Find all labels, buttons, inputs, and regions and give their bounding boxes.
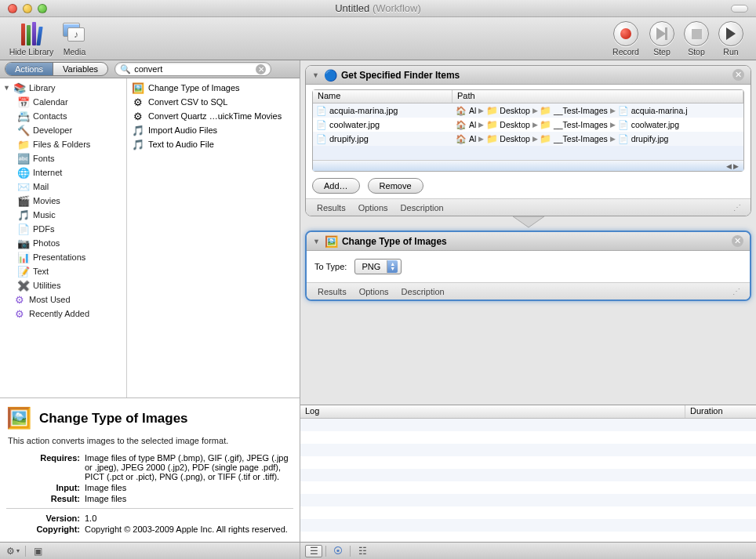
table-row[interactable]: 📄acquia-marina.jpg🏠Al▶📁Desktop▶📁__Test-I… <box>313 103 743 118</box>
library-smart-folder[interactable]: ⚙︎Recently Added <box>0 307 126 321</box>
card-options-link[interactable]: Options <box>358 203 388 212</box>
library-category[interactable]: 📊Presentations <box>0 250 126 264</box>
media-button[interactable]: ♪ Media <box>55 20 94 56</box>
action-label: Import Audio Files <box>148 125 217 135</box>
library-category[interactable]: ✖️Utilities <box>0 278 126 292</box>
library-category[interactable]: 📄PDFs <box>0 222 126 236</box>
remove-action-button[interactable]: ✕ <box>732 235 743 247</box>
resize-grip-icon[interactable]: ⋰ <box>732 287 739 296</box>
library-category[interactable]: 🔤Fonts <box>0 151 126 165</box>
library-category[interactable]: 📷Photos <box>0 236 126 250</box>
card-description-link[interactable]: Description <box>402 287 445 296</box>
library-tabstrip: Actions Variables 🔍 ✕ <box>0 60 300 78</box>
action-label: Text to Audio File <box>148 140 214 149</box>
action-list-item[interactable]: ⚙︎Convert Quartz …uickTime Movies <box>127 109 300 123</box>
card-results-link[interactable]: Results <box>318 287 347 296</box>
log-view-list-button[interactable]: ☰ <box>305 545 322 557</box>
log-column-log[interactable]: Log <box>300 405 685 418</box>
library-bottombar: ⚙︎▼ ▣ <box>0 542 300 559</box>
category-icon: 📄 <box>17 223 30 235</box>
record-icon <box>620 28 631 39</box>
folder-icon: 📁 <box>486 105 497 116</box>
log-view-icon-button[interactable]: ⦿ <box>329 545 347 557</box>
library-tree[interactable]: ▼📚Library 📅Calendar📇Contacts🔨Developer📁F… <box>0 78 127 397</box>
category-icon: ✖️ <box>17 279 30 292</box>
media-icon: ♪ <box>63 23 86 45</box>
action-icon: ⚙︎ <box>132 96 144 108</box>
toolbar-toggle-button[interactable] <box>731 5 748 13</box>
library-category[interactable]: 📁Files & Folders <box>0 137 126 151</box>
step-label: Step <box>653 47 671 56</box>
card-results-link[interactable]: Results <box>317 203 346 212</box>
remove-action-button[interactable]: ✕ <box>732 69 744 81</box>
card-options-link[interactable]: Options <box>359 287 389 296</box>
clear-search-button[interactable]: ✕ <box>256 64 266 74</box>
to-type-select[interactable]: PNG ▲▼ <box>354 259 402 274</box>
stop-button[interactable]: Stop <box>679 20 714 56</box>
action-list-item[interactable]: ⚙︎Convert CSV to SQL <box>127 95 300 109</box>
step-icon <box>656 27 667 40</box>
file-name: coolwater.jpg <box>329 120 380 129</box>
log-view-detail-button[interactable]: ☷ <box>354 545 371 557</box>
smart-folder-icon: ⚙︎ <box>13 293 26 306</box>
add-items-button[interactable]: Add… <box>312 178 360 194</box>
disclosure-icon[interactable]: ▼ <box>313 238 320 245</box>
action-search[interactable]: 🔍 ✕ <box>114 62 271 76</box>
action-results-list[interactable]: 🖼️Change Type of Images⚙︎Convert CSV to … <box>127 78 300 397</box>
library-smart-folder[interactable]: ⚙︎Most Used <box>0 292 126 307</box>
column-name[interactable]: Name <box>313 90 453 103</box>
table-row[interactable]: 📄coolwater.jpg🏠Al▶📁Desktop▶📁__Test-Image… <box>313 118 743 132</box>
library-category[interactable]: 📝Text <box>0 264 126 278</box>
category-icon: 📊 <box>17 251 30 263</box>
library-books-icon <box>20 22 42 45</box>
tab-variables[interactable]: Variables <box>53 63 107 75</box>
action-list-item[interactable]: 🖼️Change Type of Images <box>127 81 300 95</box>
card-description-link[interactable]: Description <box>401 203 444 212</box>
category-label: Music <box>33 210 56 220</box>
action-card-change-type[interactable]: ▼ 🖼️ Change Type of Images ✕ To Type: PN… <box>305 230 751 301</box>
search-input[interactable] <box>134 64 256 74</box>
library-category[interactable]: 🎵Music <box>0 208 126 222</box>
hide-library-button[interactable]: Hide Library <box>8 20 55 56</box>
search-icon: 🔍 <box>120 64 131 74</box>
table-row[interactable]: 📄drupify.jpg🏠Al▶📁Desktop▶📁__Test-Images▶… <box>313 132 743 146</box>
record-button[interactable]: Record <box>607 20 645 56</box>
action-list-item[interactable]: 🎵Import Audio Files <box>127 123 300 137</box>
chevron-right-icon: ▶ <box>532 107 538 114</box>
home-icon: 🏠 <box>456 119 467 130</box>
remove-items-button[interactable]: Remove <box>368 178 423 194</box>
library-category[interactable]: 📇Contacts <box>0 109 126 123</box>
gear-menu-button[interactable]: ⚙︎▼ <box>5 545 22 557</box>
chevron-right-icon: ▶ <box>478 121 484 129</box>
horizontal-scroller[interactable]: ◀▶ <box>313 160 743 171</box>
file-icon: 📄 <box>316 119 327 130</box>
toggle-info-panel-button[interactable]: ▣ <box>29 545 46 557</box>
disclosure-icon[interactable]: ▼ <box>312 71 319 79</box>
log-column-duration[interactable]: Duration <box>685 405 756 418</box>
category-label: Text <box>33 267 49 276</box>
category-label: Files & Folders <box>33 140 90 149</box>
step-button[interactable]: Step <box>645 20 679 56</box>
resize-grip-icon[interactable]: ⋰ <box>733 203 740 212</box>
category-label: Contacts <box>33 111 67 121</box>
library-category[interactable]: ✉️Mail <box>0 180 126 194</box>
info-requires-value: Image files of type BMP (.bmp), GIF (.gi… <box>85 453 293 481</box>
to-type-value: PNG <box>362 262 380 271</box>
action-card-get-finder-items[interactable]: ▼ 🔵 Get Specified Finder Items ✕ Name Pa… <box>305 65 751 216</box>
library-category[interactable]: 🌐Internet <box>0 165 126 180</box>
workflow-canvas[interactable]: ▼ 🔵 Get Specified Finder Items ✕ Name Pa… <box>300 60 756 405</box>
smart-folder-label: Recently Added <box>29 309 89 318</box>
run-button[interactable]: Run <box>714 20 748 56</box>
library-category[interactable]: 🔨Developer <box>0 123 126 137</box>
tab-actions[interactable]: Actions <box>5 63 53 75</box>
category-icon: 🌐 <box>17 166 30 179</box>
action-label: Change Type of Images <box>148 83 240 93</box>
library-root[interactable]: ▼📚Library <box>0 81 126 95</box>
library-category[interactable]: 🎬Movies <box>0 194 126 208</box>
action-list-item[interactable]: 🎵Text to Audio File <box>127 137 300 151</box>
library-category[interactable]: 📅Calendar <box>0 95 126 109</box>
info-input-key: Input: <box>6 483 85 492</box>
category-icon: ✉️ <box>17 180 30 193</box>
category-label: Mail <box>33 182 49 191</box>
column-path[interactable]: Path <box>453 90 743 103</box>
